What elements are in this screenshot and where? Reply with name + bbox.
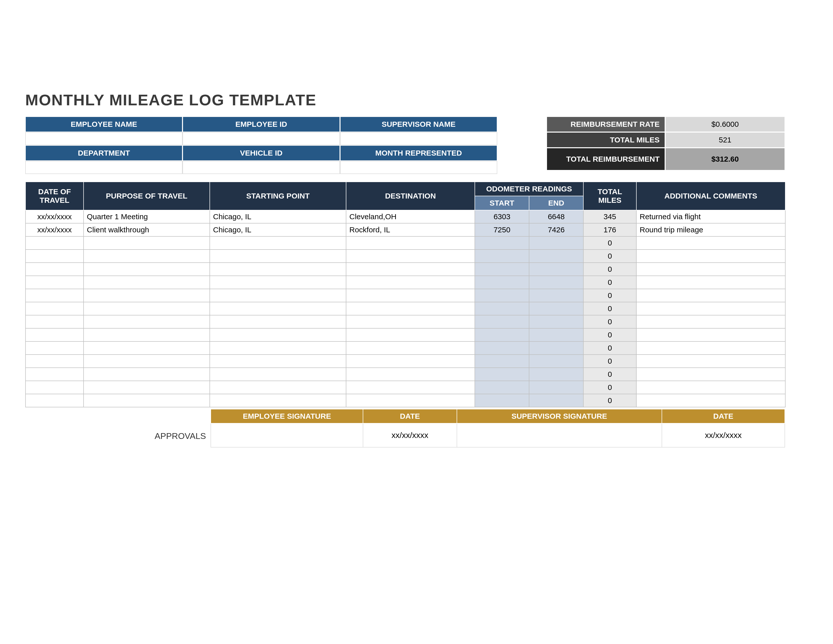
- cell-odometer-end[interactable]: [529, 237, 583, 250]
- cell-purpose[interactable]: [84, 368, 210, 381]
- cell-comments[interactable]: [636, 276, 785, 289]
- cell-odometer-end[interactable]: [529, 368, 583, 381]
- cell-starting[interactable]: [210, 250, 346, 262]
- cell-destination[interactable]: [346, 276, 475, 289]
- cell-comments[interactable]: [636, 250, 785, 262]
- cell-starting[interactable]: [210, 315, 346, 328]
- cell-starting[interactable]: [210, 354, 346, 368]
- cell-date[interactable]: [26, 354, 84, 368]
- cell-starting[interactable]: [210, 381, 346, 394]
- cell-odometer-end[interactable]: [529, 381, 583, 394]
- cell-purpose[interactable]: [84, 328, 210, 341]
- cell-destination[interactable]: [346, 341, 475, 354]
- cell-date[interactable]: [26, 368, 84, 381]
- cell-odometer-end[interactable]: [529, 328, 583, 341]
- cell-destination[interactable]: [346, 381, 475, 394]
- cell-starting[interactable]: [210, 262, 346, 276]
- cell-starting[interactable]: [210, 276, 346, 289]
- cell-odometer-start[interactable]: [475, 368, 529, 381]
- cell-comments[interactable]: [636, 237, 785, 250]
- cell-odometer-end[interactable]: [529, 262, 583, 276]
- cell-odometer-end[interactable]: [529, 341, 583, 354]
- cell-destination[interactable]: [346, 289, 475, 302]
- cell-odometer-end[interactable]: [529, 276, 583, 289]
- cell-destination[interactable]: [346, 262, 475, 276]
- cell-odometer-start[interactable]: [475, 237, 529, 250]
- cell-odometer-end[interactable]: 6648: [529, 210, 583, 223]
- cell-date[interactable]: [26, 381, 84, 394]
- cell-comments[interactable]: [636, 341, 785, 354]
- cell-comments[interactable]: [636, 262, 785, 276]
- cell-date[interactable]: [26, 328, 84, 341]
- cell-odometer-end[interactable]: [529, 354, 583, 368]
- cell-purpose[interactable]: [84, 237, 210, 250]
- cell-destination[interactable]: [346, 237, 475, 250]
- cell-destination[interactable]: [346, 315, 475, 328]
- cell-purpose[interactable]: [84, 262, 210, 276]
- reimbursement-rate-value[interactable]: $0.6000: [665, 116, 785, 132]
- cell-purpose[interactable]: [84, 289, 210, 302]
- cell-destination[interactable]: [346, 328, 475, 341]
- cell-destination[interactable]: [346, 354, 475, 368]
- cell-odometer-end[interactable]: [529, 250, 583, 262]
- cell-odometer-start[interactable]: [475, 276, 529, 289]
- cell-comments[interactable]: [636, 354, 785, 368]
- cell-odometer-start[interactable]: [475, 302, 529, 315]
- cell-comments[interactable]: [636, 328, 785, 341]
- cell-date[interactable]: xx/xx/xxxx: [26, 210, 84, 223]
- cell-odometer-start[interactable]: [475, 394, 529, 407]
- cell-starting[interactable]: [210, 328, 346, 341]
- vehicle-id-field[interactable]: [182, 161, 340, 174]
- cell-starting[interactable]: [210, 302, 346, 315]
- supervisor-date-field[interactable]: xx/xx/xxxx: [662, 423, 785, 447]
- cell-date[interactable]: [26, 341, 84, 354]
- cell-odometer-start[interactable]: [475, 381, 529, 394]
- cell-date[interactable]: [26, 394, 84, 407]
- month-field[interactable]: [340, 161, 497, 174]
- cell-odometer-start[interactable]: [475, 262, 529, 276]
- employee-name-field[interactable]: [25, 132, 182, 145]
- cell-destination[interactable]: Cleveland,OH: [346, 210, 475, 223]
- cell-purpose[interactable]: [84, 302, 210, 315]
- cell-odometer-start[interactable]: 7250: [475, 223, 529, 237]
- employee-id-field[interactable]: [182, 132, 340, 145]
- cell-odometer-end[interactable]: [529, 289, 583, 302]
- cell-odometer-end[interactable]: [529, 302, 583, 315]
- cell-starting[interactable]: [210, 368, 346, 381]
- cell-odometer-start[interactable]: [475, 315, 529, 328]
- cell-comments[interactable]: [636, 315, 785, 328]
- cell-odometer-start[interactable]: 6303: [475, 210, 529, 223]
- cell-odometer-start[interactable]: [475, 289, 529, 302]
- cell-starting[interactable]: [210, 394, 346, 407]
- cell-date[interactable]: [26, 262, 84, 276]
- cell-date[interactable]: xx/xx/xxxx: [26, 223, 84, 237]
- cell-comments[interactable]: [636, 289, 785, 302]
- cell-odometer-end[interactable]: 7426: [529, 223, 583, 237]
- cell-purpose[interactable]: [84, 315, 210, 328]
- cell-comments[interactable]: Returned via flight: [636, 210, 785, 223]
- cell-comments[interactable]: Round trip mileage: [636, 223, 785, 237]
- employee-date-field[interactable]: xx/xx/xxxx: [363, 423, 457, 447]
- cell-odometer-end[interactable]: [529, 394, 583, 407]
- cell-purpose[interactable]: [84, 354, 210, 368]
- employee-signature-field[interactable]: [211, 423, 363, 447]
- cell-date[interactable]: [26, 250, 84, 262]
- cell-comments[interactable]: [636, 394, 785, 407]
- cell-destination[interactable]: [346, 302, 475, 315]
- cell-destination[interactable]: [346, 394, 475, 407]
- supervisor-signature-field[interactable]: [457, 423, 662, 447]
- cell-purpose[interactable]: Quarter 1 Meeting: [84, 210, 210, 223]
- cell-comments[interactable]: [636, 368, 785, 381]
- cell-starting[interactable]: [210, 237, 346, 250]
- cell-purpose[interactable]: [84, 381, 210, 394]
- cell-destination[interactable]: Rockford, IL: [346, 223, 475, 237]
- cell-date[interactable]: [26, 276, 84, 289]
- cell-comments[interactable]: [636, 302, 785, 315]
- cell-starting[interactable]: [210, 341, 346, 354]
- supervisor-name-field[interactable]: [340, 132, 497, 145]
- cell-starting[interactable]: Chicago, IL: [210, 210, 346, 223]
- cell-starting[interactable]: Chicago, IL: [210, 223, 346, 237]
- cell-purpose[interactable]: [84, 276, 210, 289]
- cell-purpose[interactable]: [84, 341, 210, 354]
- cell-date[interactable]: [26, 302, 84, 315]
